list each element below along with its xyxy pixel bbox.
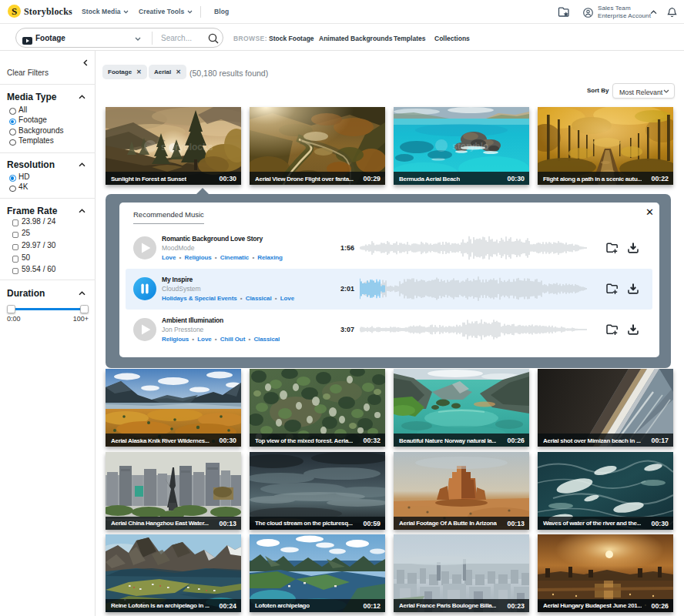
svg-text:storyblo: storyblo bbox=[452, 141, 488, 152]
svg-text:storyblocks: storyblocks bbox=[161, 142, 213, 152]
